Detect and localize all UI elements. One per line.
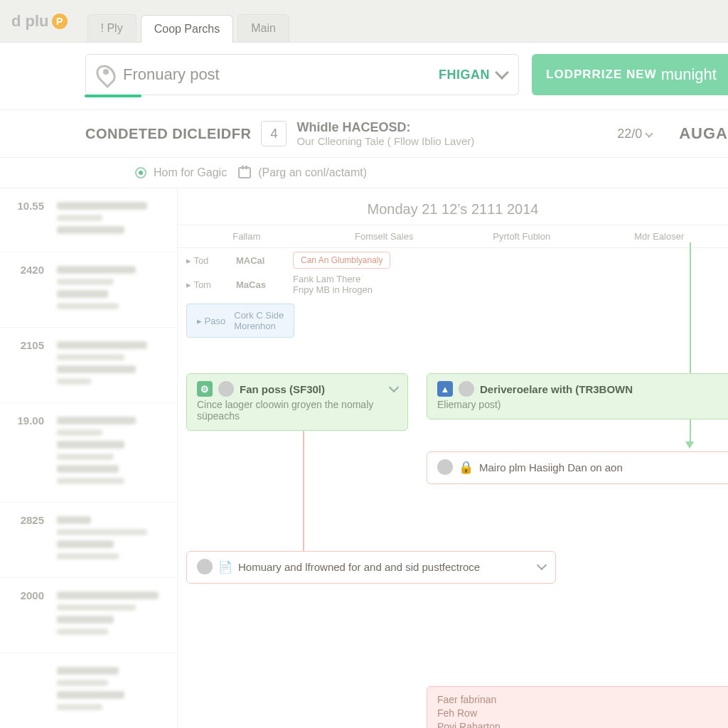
tab-ply[interactable]: ! Ply [87,14,136,42]
count-badge: 4 [261,121,287,146]
chevron-down-icon [646,129,653,137]
event-card-mairo[interactable]: 🔒 Mairo plm Hasiigh Dan on aon [427,451,728,484]
time-items [50,188,177,252]
blurred-text [57,215,102,221]
blurred-text [57,704,102,710]
avatar [197,559,213,574]
calendar-icon[interactable] [238,167,251,178]
cell: ▸ Tom [186,279,236,290]
time-row [0,653,177,728]
time-label: 2825 [0,503,50,577]
time-label: 2105 [0,328,50,402]
time-items [50,403,177,502]
subtitle-bottom: Our Clleoning Tale ( Fllow Iblio Laver) [296,135,474,147]
blurred-text [57,628,108,635]
blurred-text [57,616,114,623]
time-label: 10.55 [0,188,50,252]
event-card-pink[interactable]: Faer fabrinan Feh Row Poyi Raharton [427,686,728,728]
chevron-down-icon[interactable] [389,382,399,392]
page-canvas: Fronuary post Fhigan Lodprrize new munig… [0,43,728,728]
blurred-text [57,279,114,285]
blurred-text [57,592,159,599]
month-label: AUGA [679,124,728,143]
blurred-text [57,516,91,524]
pager-value: 22/0 [617,127,642,141]
card-title: Mairo plm Hasiigh Dan on aon [479,461,623,473]
list-item: Faer fabrinan [437,694,722,705]
avatar [218,381,234,397]
lock-icon: 🔒 [459,460,473,475]
blurred-text [57,365,136,373]
blurred-text [57,680,108,686]
blurred-text [57,202,147,210]
cell: MaCas [236,279,293,290]
event-card-hom[interactable]: 📄 Homuary and lfrowned for and and sid p… [186,551,556,584]
avatar [459,381,474,397]
blurred-text [57,529,147,535]
brand-name: d plu [11,12,49,31]
blurred-text [57,604,136,611]
timeline-pane: Monday 21 12’s 2111 2014 Fallam Fomselt … [178,188,728,728]
blurred-text [57,441,124,449]
filter-radio-label[interactable]: Hom for Gagic [154,166,227,179]
event-card-fan[interactable]: ⚙ Fan poss (SF30l) Cince laoger cloowin … [186,373,408,431]
time-row: 2420 [0,252,177,328]
location-pin-icon [97,64,114,85]
mini-table: ▸ Tod MACal Can An Glumblyanaly ▸ Tom Ma… [178,248,728,296]
table-row: ▸ Tom MaCas Fank Lam There Fnpy MB in Hr… [186,272,719,296]
col-1: Fomselt Sales [316,231,454,242]
event-card-deriv[interactable]: ▲ Deriveroelare with (TR3BOWN Eliemary p… [427,373,728,419]
tab-ply-label: ! Ply [101,22,123,34]
avatar [437,459,453,475]
card-subtitle: Eliemary post) [437,399,722,410]
time-row: 2825 [0,503,177,578]
time-label: 19.00 [0,403,50,502]
blurred-text [57,226,124,234]
blurred-text [57,341,147,349]
blurred-text [57,667,119,675]
card-app-icon: ⚙ [197,381,213,397]
location-label: Fronuary post [123,65,439,84]
blue-cell-b: Cork C Side Morenhon [234,310,284,331]
blurred-text [57,429,102,436]
blurred-text [57,553,119,560]
col-0: Fallam [178,231,316,242]
new-munight-button[interactable]: Lodprrize new munight [532,54,728,95]
cell: MACal [236,255,293,266]
card-title: Deriveroelare with (TR3BOWN [480,383,633,395]
section-title: CONDETED DICLEIDFR [85,126,251,142]
blue-cell[interactable]: ▸ Paso Cork C Side Morenhon [186,304,294,338]
cta-light: munight [661,65,717,84]
blurred-text [57,378,91,385]
filter-row: Hom for Gagic (Parg an conl/actamt) [0,158,728,188]
status-pill[interactable]: Can An Glumblyanaly [293,252,390,269]
blue-cell-a: ▸ Paso [197,316,225,326]
card-title: Homuary and lfrowned for and and sid pus… [238,561,480,573]
location-selector[interactable]: Fronuary post Fhigan [85,54,519,95]
blurred-text [57,303,119,309]
pager[interactable]: 22/0 [617,127,652,141]
tab-main[interactable]: Main [237,14,289,42]
card-app-icon: ▲ [437,381,453,397]
column-headers: Fallam Fomselt Sales Pyrtoft Fublon Mdr … [178,225,728,248]
time-label: 2420 [0,252,50,327]
blurred-text [57,290,108,298]
time-row: 2105 [0,328,177,403]
time-items [50,653,177,728]
brand-coin-icon: P [52,14,68,29]
chevron-down-icon[interactable] [537,560,547,569]
time-label [0,653,50,728]
col-3: Mdr Ealoser [591,231,729,242]
blurred-text [57,266,136,274]
time-row: 10.55 [0,188,177,252]
time-items [50,252,177,327]
tab-coop-parchs[interactable]: Coop Parchs [141,15,234,43]
schedule-body: 10.552420210519.00282520002020 Monday 21… [0,188,728,728]
radio-selected-icon[interactable] [135,167,146,178]
time-row: 2000 [0,578,177,653]
blurred-text [57,417,136,424]
filter-calendar-label[interactable]: (Parg an conl/actamt) [258,166,367,179]
date-header: Monday 21 12’s 2111 2014 [178,188,728,225]
time-items [50,328,177,402]
cta-strong: Lodprrize new [546,68,657,82]
